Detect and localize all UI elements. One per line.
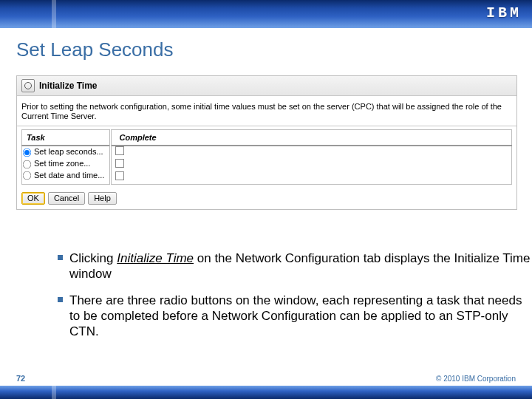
copyright: © 2010 IBM Corporation — [436, 375, 516, 383]
top-accent-bar: IBM — [0, 0, 532, 28]
window-title: Initialize Time — [39, 81, 97, 91]
column-header-complete: Complete — [115, 130, 512, 146]
radio-set-date-time[interactable]: Set date and time... — [22, 170, 109, 181]
button-row: OK Cancel Help — [17, 189, 516, 209]
bottom-accent-bar — [0, 386, 532, 399]
radio-set-date-time-input[interactable] — [23, 171, 32, 180]
complete-column — [115, 146, 512, 185]
window-intro-text: Prior to setting the network configurati… — [17, 96, 516, 126]
bullet-2: There are three radio buttons on the win… — [58, 293, 531, 340]
radio-set-time-zone-input[interactable] — [23, 160, 32, 168]
complete-checkbox-2 — [115, 159, 124, 168]
ok-button[interactable]: OK — [21, 192, 45, 205]
column-header-task: Task — [22, 130, 111, 146]
page-number: 72 — [16, 374, 25, 383]
slide: IBM Set Leap Seconds Initialize Time Pri… — [0, 0, 532, 399]
task-radio-group: Set leap seconds... Set time zone... Set… — [22, 146, 111, 185]
radio-set-leap-seconds[interactable]: Set leap seconds... — [22, 146, 109, 157]
radio-set-leap-seconds-input[interactable] — [23, 149, 32, 157]
radio-set-time-zone[interactable]: Set time zone... — [22, 158, 109, 169]
help-button[interactable]: Help — [88, 192, 117, 205]
top-accent-notch — [52, 0, 56, 28]
window-header: Initialize Time — [17, 76, 516, 96]
bullet-1-em: Initialize Time — [117, 251, 194, 265]
ibm-logo: IBM — [486, 4, 522, 21]
task-table: Task Complete Set leap seconds... Set ti… — [21, 129, 512, 185]
complete-checkbox-1 — [115, 146, 124, 155]
complete-checkbox-3 — [115, 171, 124, 180]
clock-icon — [21, 79, 35, 92]
cancel-button[interactable]: Cancel — [48, 192, 85, 205]
slide-title: Set Leap Seconds — [16, 38, 174, 61]
initialize-time-window: Initialize Time Prior to setting the net… — [16, 75, 517, 210]
bullet-1: Clicking Initialize Time on the Network … — [58, 250, 531, 282]
bullet-list: Clicking Initialize Time on the Network … — [28, 250, 531, 349]
bottom-accent-notch — [52, 386, 56, 399]
